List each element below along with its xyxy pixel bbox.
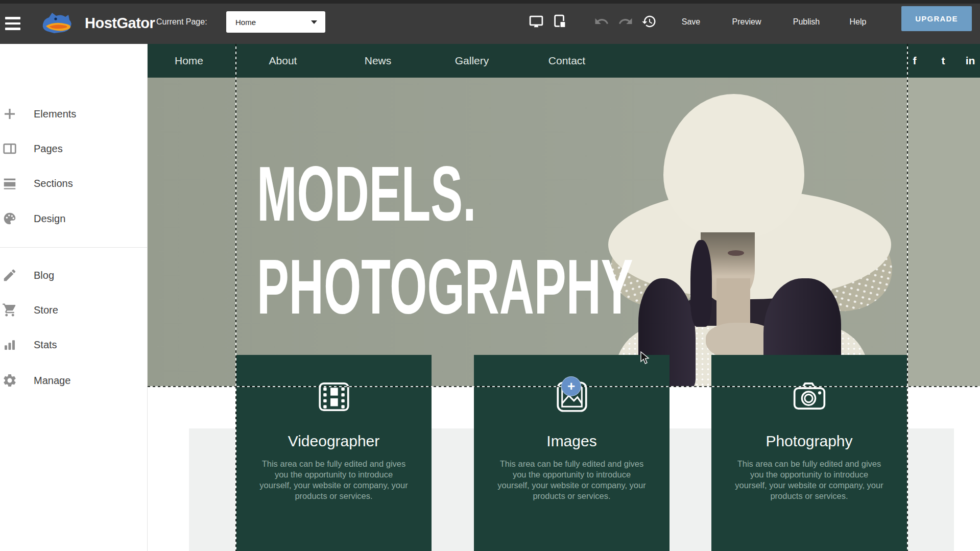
- sidebar-item-design[interactable]: Design: [0, 207, 148, 230]
- camera-icon: [791, 378, 828, 416]
- pencil-icon: [2, 268, 17, 283]
- card-body[interactable]: This area can be fully edited and gives …: [497, 459, 647, 501]
- hero-title-line1[interactable]: MODELS.: [257, 155, 476, 232]
- builder-sidebar: Elements Pages Sections Design: [0, 44, 148, 551]
- sidebar-item-blog[interactable]: Blog: [0, 264, 148, 286]
- sidebar-item-label: Manage: [34, 375, 70, 387]
- plus-icon: [2, 106, 17, 122]
- sidebar-divider: [0, 247, 148, 248]
- site-nav-gallery[interactable]: Gallery: [455, 44, 489, 78]
- sidebar-item-pages[interactable]: Pages: [0, 137, 148, 160]
- hero-section[interactable]: MODELS. PHOTOGRAPHY: [148, 78, 980, 387]
- publish-button[interactable]: Publish: [793, 0, 820, 44]
- sidebar-item-label: Blog: [34, 270, 54, 281]
- history-icon[interactable]: [641, 14, 657, 29]
- save-button[interactable]: Save: [682, 0, 700, 44]
- site-nav-news[interactable]: News: [365, 44, 392, 78]
- sidebar-item-label: Pages: [34, 143, 63, 155]
- site-nav-contact[interactable]: Contact: [548, 44, 585, 78]
- cart-icon: [2, 302, 17, 318]
- site-canvas: Home About News Gallery Contact f t in: [148, 44, 980, 551]
- sidebar-item-label: Elements: [34, 108, 76, 120]
- chevron-down-icon: [311, 20, 317, 24]
- linkedin-icon[interactable]: in: [966, 44, 975, 78]
- palette-icon: [2, 211, 17, 226]
- gear-icon: [2, 373, 17, 388]
- card-title[interactable]: Images: [474, 433, 670, 450]
- pages-icon: [2, 141, 17, 156]
- hero-title-line2[interactable]: PHOTOGRAPHY: [257, 248, 633, 325]
- site-navbar: Home About News Gallery Contact f t in: [148, 44, 980, 78]
- site-nav-about[interactable]: About: [269, 44, 297, 78]
- card-body[interactable]: This area can be fully edited and gives …: [259, 459, 409, 501]
- film-icon: [315, 378, 353, 416]
- sidebar-item-label: Stats: [34, 339, 57, 351]
- page-select-value: Home: [235, 18, 311, 27]
- twitter-icon[interactable]: t: [942, 44, 945, 78]
- sidebar-item-stats[interactable]: Stats: [0, 333, 148, 356]
- current-page-label: Current Page:: [156, 0, 207, 44]
- card-title[interactable]: Photography: [711, 433, 907, 450]
- logo-wordmark: HostGator: [85, 15, 155, 32]
- sidebar-item-label: Store: [34, 304, 58, 316]
- card-photography[interactable]: Photography This area can be fully edite…: [711, 355, 907, 551]
- mobile-preview-icon[interactable]: [552, 14, 567, 29]
- desktop-preview-icon[interactable]: [529, 14, 544, 29]
- hostgator-mascot-icon: [39, 11, 82, 35]
- bar-chart-icon: [2, 337, 17, 352]
- card-title[interactable]: Videographer: [236, 433, 432, 450]
- site-nav-home[interactable]: Home: [175, 44, 203, 78]
- menu-icon[interactable]: [5, 17, 20, 31]
- undo-icon[interactable]: [594, 14, 609, 29]
- card-body[interactable]: This area can be fully edited and gives …: [734, 459, 885, 501]
- sections-icon: [2, 176, 17, 191]
- facebook-icon[interactable]: f: [913, 44, 917, 78]
- sidebar-item-manage[interactable]: Manage: [0, 369, 148, 392]
- redo-icon[interactable]: [618, 14, 633, 29]
- sidebar-item-sections[interactable]: Sections: [0, 172, 148, 195]
- builder-topbar: HostGator Current Page: Home Save Previe…: [0, 0, 980, 44]
- card-videographer[interactable]: Videographer This area can be fully edit…: [236, 355, 432, 551]
- sidebar-item-elements[interactable]: Elements: [0, 103, 148, 125]
- hero-wall-right: [907, 78, 980, 387]
- preview-button[interactable]: Preview: [732, 0, 761, 44]
- upgrade-button[interactable]: UPGRADE: [901, 6, 972, 31]
- sidebar-item-store[interactable]: Store: [0, 299, 148, 321]
- add-image-button[interactable]: +: [561, 376, 581, 396]
- sidebar-item-label: Design: [34, 213, 65, 225]
- page-select-dropdown[interactable]: Home: [226, 11, 325, 33]
- sidebar-item-label: Sections: [34, 178, 73, 189]
- hostgator-logo[interactable]: HostGator: [39, 10, 155, 36]
- hostgator-website-builder: HostGator Current Page: Home Save Previe…: [0, 0, 980, 551]
- help-button[interactable]: Help: [850, 0, 867, 44]
- plus-icon: +: [567, 379, 575, 393]
